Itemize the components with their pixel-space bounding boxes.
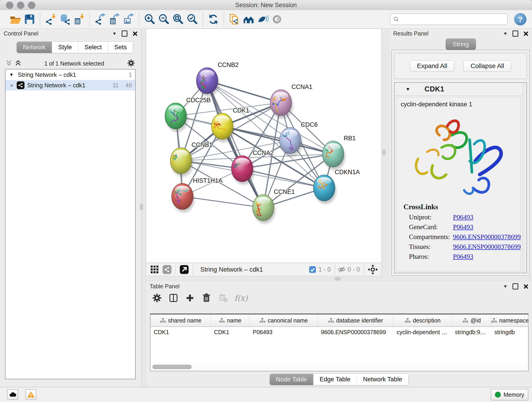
collapse-all-networks-button[interactable]	[15, 60, 22, 67]
node-HIST1H1A[interactable]: HIST1H1A	[172, 177, 222, 212]
window-close-button[interactable]	[6, 2, 13, 9]
crosslink-link[interactable]: P06493	[453, 253, 473, 260]
right-splitter-handle[interactable]	[382, 149, 385, 155]
crosslink-link[interactable]: P06493	[453, 223, 473, 231]
delete-column-icon[interactable]	[201, 293, 211, 303]
horizontal-splitter-handle[interactable]	[335, 277, 341, 280]
column-header-namespace[interactable]: namespace	[491, 314, 529, 326]
network-canvas[interactable]: CCNB2CCNA1CDC25BCDK1CDC6RB1CCNB1CCNA2CDK…	[146, 29, 381, 263]
column-header-canonical-name[interactable]: canonical name	[249, 314, 318, 326]
edge-HIST1H1A-CCNE1[interactable]	[182, 196, 263, 208]
zoom-in-button[interactable]	[143, 12, 157, 26]
node-CCNE1[interactable]: CCNE1	[251, 188, 295, 224]
export-network-button[interactable]	[93, 12, 107, 26]
left-splitter-handle[interactable]	[140, 204, 143, 210]
results-panel-collapse-icon[interactable]: ▼	[503, 32, 507, 36]
network-options-gear-button[interactable]	[127, 59, 135, 68]
control-panel-float-icon[interactable]	[122, 31, 127, 37]
hide-graphics-details-button[interactable]	[256, 12, 270, 26]
add-column-icon[interactable]	[185, 293, 195, 303]
tab-edge-table[interactable]: Edge Table	[313, 374, 357, 385]
birds-eye-crosshair-icon[interactable]	[367, 264, 378, 275]
node-CCNB1[interactable]: CCNB1	[168, 141, 212, 177]
import-table-from-file-button[interactable]	[72, 12, 86, 26]
edge-CCNB2-CCNE1[interactable]	[207, 81, 263, 208]
import-network-from-database-button[interactable]	[58, 12, 72, 26]
tab-node-table[interactable]: Node Table	[270, 374, 313, 385]
zoom-out-button[interactable]	[157, 12, 171, 26]
column-header-shared-name[interactable]: shared name	[151, 314, 211, 326]
cloud-status-button[interactable]	[7, 389, 18, 400]
column-header-database-identifier[interactable]: database identifier	[318, 314, 393, 326]
warnings-button[interactable]	[25, 389, 36, 400]
save-session-button[interactable]	[22, 12, 37, 26]
hidden-eye-icon[interactable]	[337, 265, 346, 274]
help-button[interactable]: ?	[514, 13, 526, 26]
results-scrollbar[interactable]	[523, 83, 526, 273]
node-CCNA2[interactable]: CCNA2	[225, 149, 274, 185]
selected-checkbox-icon[interactable]	[308, 265, 317, 274]
birds-eye-view-button[interactable]	[270, 12, 284, 26]
network-collection-row[interactable]: ▼ String Network – cdk1 1	[6, 70, 135, 80]
tab-sets[interactable]: Sets	[108, 42, 133, 53]
node-CCNB2[interactable]: CCNB2	[196, 61, 239, 97]
node-RB1[interactable]: RB1	[322, 135, 356, 170]
table-scrollbar-thumb[interactable]	[152, 365, 192, 369]
gene-entry-collapse-icon[interactable]: ▼	[405, 86, 410, 92]
network-graph[interactable]: CCNB2CCNA1CDC25BCDK1CDC6RB1CCNB1CCNA2CDK…	[146, 29, 381, 263]
column-header--id[interactable]: @id	[452, 314, 491, 326]
crosslink-link[interactable]: 9606.ENSP00000378699	[453, 243, 521, 250]
table-horizontal-scrollbar[interactable]	[152, 364, 527, 370]
table-panel-close-icon[interactable]	[523, 284, 528, 289]
network-current-dot: ●	[10, 82, 13, 89]
tab-network[interactable]: Network	[17, 42, 52, 53]
window-minimize-button[interactable]	[17, 2, 24, 9]
table-panel-collapse-icon[interactable]: ▼	[503, 284, 507, 288]
expand-all-networks-button[interactable]	[6, 60, 12, 67]
open-session-button[interactable]	[8, 12, 22, 26]
control-panel-close-icon[interactable]	[133, 31, 138, 36]
gene-entry-header[interactable]: ▼ CDK1	[394, 83, 523, 96]
node-label-CDKN1A: CDKN1A	[335, 169, 360, 176]
grid-view-icon[interactable]	[149, 264, 160, 275]
expand-all-button[interactable]: Expand All	[410, 61, 454, 72]
network-share-icon[interactable]	[162, 264, 172, 275]
tab-string[interactable]: String	[446, 38, 476, 50]
collapse-all-button[interactable]: Collapse All	[463, 61, 511, 72]
crosslink-link[interactable]: P06493	[453, 213, 473, 221]
zoom-selected-button[interactable]	[185, 12, 199, 26]
export-table-button[interactable]	[107, 12, 121, 26]
tab-network-table[interactable]: Network Table	[357, 374, 409, 385]
column-header-name[interactable]: name	[211, 314, 249, 326]
collection-expand-icon[interactable]: ▼	[9, 72, 14, 77]
documents-share-button[interactable]	[227, 12, 241, 26]
node-CDC6[interactable]: CDC6	[277, 121, 318, 157]
table-options-gear-icon[interactable]	[152, 293, 162, 303]
control-panel-collapse-icon[interactable]: ▼	[112, 32, 117, 36]
network-row[interactable]: ● String Network – cdk1 11 48	[6, 80, 135, 90]
export-image-button[interactable]	[121, 12, 136, 26]
show-columns-icon[interactable]	[168, 293, 178, 303]
table-row[interactable]: CDK1CDK1P064939606.ENSP00000378699cyclin…	[151, 327, 528, 337]
table-cell: cyclin-dependent …	[393, 329, 452, 336]
import-network-from-file-button[interactable]	[44, 12, 58, 26]
tab-style[interactable]: Style	[52, 42, 78, 53]
houses-button[interactable]	[241, 12, 256, 26]
table-panel-float-icon[interactable]	[513, 283, 518, 289]
search-input[interactable]	[401, 16, 505, 23]
refresh-view-button[interactable]	[206, 12, 220, 26]
attribute-type-icon	[219, 318, 225, 323]
memory-button[interactable]: Memory	[491, 389, 528, 400]
crosslink-link[interactable]: 9606.ENSP00000378699	[453, 233, 521, 241]
edge-CCNA2-CDKN1A[interactable]	[242, 169, 324, 188]
window-zoom-button[interactable]	[28, 2, 35, 9]
search-box[interactable]	[390, 13, 508, 25]
node-label-CDC25B: CDC25B	[186, 97, 211, 104]
results-panel-close-icon[interactable]	[523, 31, 528, 36]
zoom-fit-button[interactable]	[171, 12, 185, 26]
column-header-description[interactable]: description	[393, 314, 452, 326]
open-view-icon[interactable]	[179, 264, 190, 275]
results-panel-float-icon[interactable]	[513, 31, 518, 37]
tab-select[interactable]: Select	[78, 42, 108, 53]
toolbar-separator	[203, 12, 203, 26]
